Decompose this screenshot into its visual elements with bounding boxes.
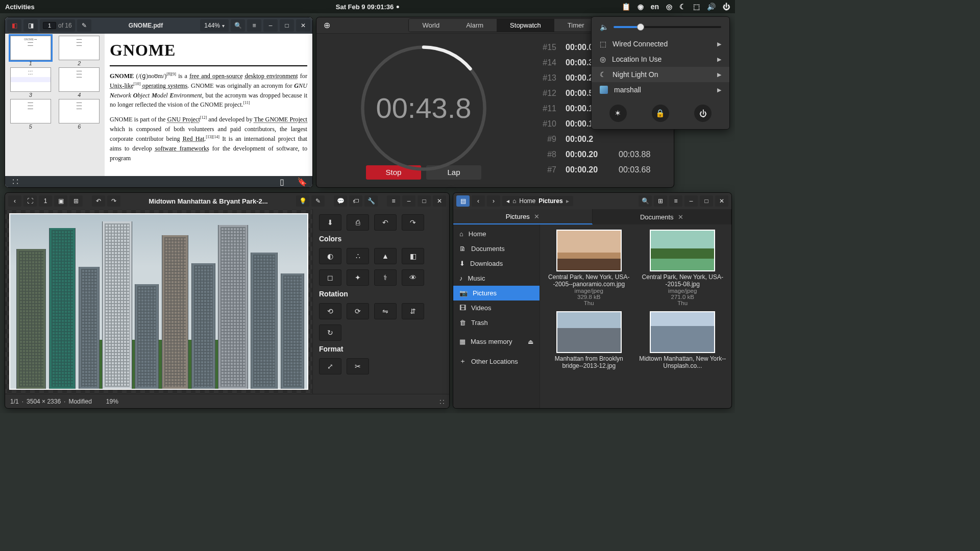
thumbnail[interactable]: ▪▪▪▪▪▪▪▪▪▪▪▪▪▪▪▪▪▪5 (7, 99, 54, 130)
tab-documents[interactable]: Documents✕ (593, 209, 732, 224)
sidebar-videos[interactable]: 🎞Videos (453, 300, 540, 315)
accessibility-icon[interactable]: ◉ (638, 3, 644, 11)
maximize-button[interactable]: □ (700, 195, 713, 207)
sidebar-mass-memory[interactable]: ▦Mass memory⏏ (453, 334, 540, 349)
lock-button[interactable]: 🔒 (652, 105, 669, 122)
redeye-button[interactable]: 👁 (402, 269, 424, 286)
close-button[interactable]: ✕ (715, 195, 728, 207)
file-item[interactable]: Central Park, New York, USA--2015-08.jpg… (639, 230, 727, 306)
sidebar-music[interactable]: ♪Music (453, 271, 540, 286)
sidebar-home[interactable]: ⌂Home (453, 227, 540, 241)
close-icon[interactable]: ✕ (678, 213, 683, 221)
zoom-selector[interactable]: 144% (200, 19, 229, 32)
file-item[interactable]: Manhattan from Brooklyn bridge--2013-12.… (545, 311, 633, 369)
file-item[interactable]: Midtown Manhattan, New York--Unsplash.co… (639, 311, 727, 369)
sidebar-documents[interactable]: 🗎Documents (453, 241, 540, 256)
flip-h-button[interactable]: ⇋ (374, 303, 397, 319)
nightlight-icon[interactable]: ☾ (679, 3, 686, 11)
volume-icon[interactable]: 🔊 (707, 3, 716, 11)
power-button[interactable]: ⏻ (694, 105, 712, 122)
topbar-datetime[interactable]: Sat Feb 9 09:01:36 (336, 3, 394, 11)
nav-back-button[interactable]: ‹ (472, 195, 485, 207)
curves-button[interactable]: ▲ (374, 248, 397, 264)
straighten-button[interactable]: ↻ (319, 324, 341, 341)
network-icon[interactable]: ⬚ (693, 3, 700, 11)
page-selector[interactable]: of 16 (40, 19, 75, 32)
fit-width-button[interactable]: ▣ (54, 195, 67, 207)
redo-button[interactable]: ↷ (107, 195, 120, 207)
tag-button[interactable]: 🏷 (349, 195, 362, 207)
eject-icon[interactable]: ⏏ (528, 338, 533, 345)
document-page[interactable]: GNOME GNOME (/(ɡ)noʊm/)[8][9] is a free … (105, 34, 312, 176)
search-button[interactable]: 🔍 (231, 19, 245, 32)
sidebar-pictures[interactable]: 📷Pictures (453, 286, 540, 300)
contrast-button[interactable]: ◐ (319, 248, 341, 264)
tab-pictures[interactable]: Pictures✕ (453, 209, 593, 224)
sidebar-downloads[interactable]: ⬇Downloads (453, 256, 540, 271)
flip-v-button[interactable]: ⇵ (402, 303, 424, 319)
sidebar-trash[interactable]: 🗑Trash (453, 315, 540, 330)
grayscale-button[interactable]: ◧ (402, 248, 424, 264)
undo-button[interactable]: ↶ (92, 195, 105, 207)
path-up-icon[interactable]: ◂ (506, 197, 509, 205)
path-pictures[interactable]: Pictures (538, 197, 562, 205)
resize-button[interactable]: ⤢ (319, 358, 341, 374)
revert-button[interactable]: ↶ (374, 214, 397, 231)
thumbnail[interactable]: ▪▪▪▪▪▪▪▪▪▪▪▪▪▪▪▪▪▪6 (56, 99, 103, 130)
menu-button[interactable]: ≡ (669, 195, 682, 207)
volume-slider[interactable] (614, 26, 721, 28)
crop-button[interactable]: ✂ (347, 358, 369, 374)
tab-stopwatch[interactable]: Stopwatch (497, 19, 554, 32)
image-viewport[interactable] (5, 209, 312, 394)
redo2-button[interactable]: ↷ (402, 214, 424, 231)
location-icon[interactable]: ◎ (666, 3, 672, 11)
files-grid[interactable]: Central Park, New York, USA--2005--panor… (540, 224, 731, 408)
menu-location[interactable]: ◎ Location In Use ▶ (592, 52, 729, 67)
page-input[interactable] (43, 22, 56, 29)
close-icon[interactable]: ✕ (534, 213, 540, 220)
grid-view-button[interactable]: ⸬ (9, 177, 21, 186)
rotate-right-button[interactable]: ⟳ (347, 303, 369, 319)
menu-nightlight[interactable]: ☾ Night Light On ▶ (592, 67, 729, 82)
invert-button[interactable]: ◻ (319, 269, 341, 286)
back-button[interactable]: ‹ (8, 195, 21, 207)
thumbnail[interactable]: GNOME ▪▪▪▪▪▪▪▪▪▪▪▪▪▪▪1 (7, 36, 54, 66)
thumbnail[interactable]: ▪▪▪▪▪▪▪▪▪▪▪▪▪▪▪▪▪▪4 (56, 67, 103, 98)
wand-button[interactable]: ⚕ (374, 269, 397, 286)
file-item[interactable]: Central Park, New York, USA--2005--panor… (545, 230, 633, 306)
close-button[interactable]: ✕ (296, 19, 310, 32)
menu-button[interactable]: ≡ (247, 19, 261, 32)
path-bar[interactable]: ◂ ⌂ Home Pictures ▸ (502, 196, 573, 206)
minimize-button[interactable]: – (402, 195, 415, 207)
tools-button[interactable]: 🔧 (364, 195, 378, 207)
menu-button[interactable]: ≡ (387, 195, 400, 207)
tab-alarm[interactable]: Alarm (453, 19, 497, 32)
comment-button[interactable]: 💬 (334, 195, 347, 207)
info-button[interactable]: 💡 (296, 195, 309, 207)
tab-world[interactable]: World (409, 19, 453, 32)
sidebar-other-locations[interactable]: ＋Other Locations (453, 353, 540, 369)
clipboard-icon[interactable]: 📋 (622, 3, 630, 11)
nav-forward-button[interactable]: › (487, 195, 500, 207)
fit-one-button[interactable]: 1 (39, 195, 52, 207)
view-grid-button[interactable]: ⊞ (654, 195, 667, 207)
auto-button[interactable]: ✦ (347, 269, 369, 286)
rotate-left-button[interactable]: ⟲ (319, 303, 341, 319)
activities-button[interactable]: Activities (5, 3, 35, 11)
bookmark-button[interactable]: 🔖 (296, 177, 308, 186)
thumbnail[interactable]: ▪ ▪ ▪▪ ▪ ▪3 (7, 67, 54, 98)
search-button[interactable]: 🔍 (639, 195, 652, 207)
menu-user[interactable]: marshall ▶ (592, 82, 729, 97)
save-button[interactable]: ⬇ (319, 214, 341, 231)
settings-button[interactable]: ✶ (609, 105, 627, 122)
power-icon[interactable]: ⏻ (723, 3, 730, 11)
maximize-button[interactable]: □ (280, 19, 294, 32)
minimize-button[interactable]: – (684, 195, 698, 207)
sidepane-toggle[interactable]: ◨ (23, 19, 38, 32)
thumbnail[interactable]: ▪▪▪▪▪▪▪▪▪▪▪▪▪▪▪▪▪▪2 (56, 36, 103, 66)
levels-button[interactable]: ∴ (347, 248, 369, 264)
thumbnails-toggle[interactable]: ⸬ (440, 398, 444, 405)
fit-zoom-button[interactable]: ⊞ (69, 195, 83, 207)
keyboard-layout[interactable]: en (651, 3, 659, 11)
path-home[interactable]: Home (519, 197, 535, 205)
